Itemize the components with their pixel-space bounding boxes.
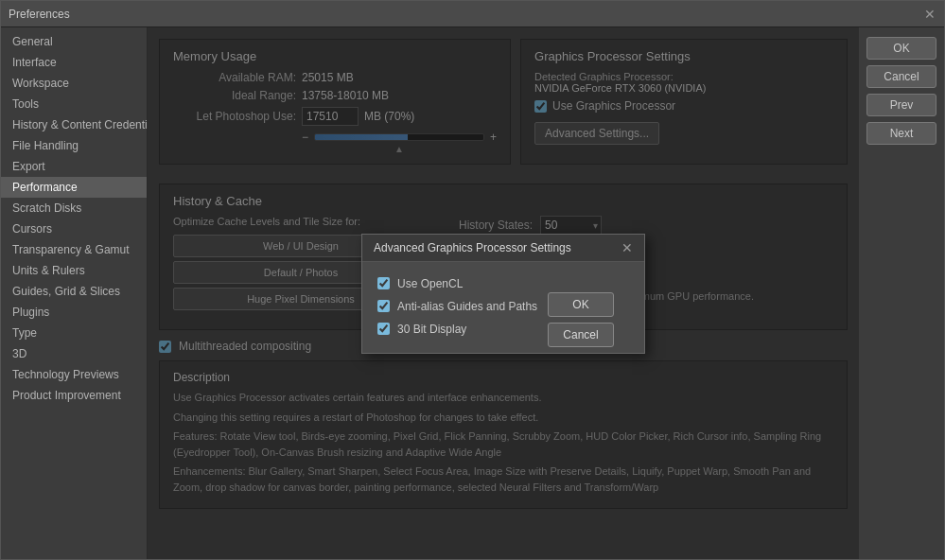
- sidebar-item-workspace[interactable]: Workspace: [1, 73, 147, 94]
- sidebar-item-3d[interactable]: 3D: [1, 343, 147, 364]
- modal-close-icon[interactable]: ✕: [621, 241, 633, 254]
- opencl-checkbox[interactable]: [377, 277, 390, 289]
- sidebar-item-filehandling[interactable]: File Handling: [1, 135, 147, 156]
- bit30-row: 30 Bit Display: [377, 323, 544, 336]
- bit30-checkbox[interactable]: [377, 323, 390, 335]
- modal-dialog: Advanced Graphics Processor Settings ✕ U…: [361, 234, 645, 354]
- cancel-button[interactable]: Cancel: [866, 65, 936, 88]
- sidebar: General Interface Workspace Tools Histor…: [1, 27, 148, 559]
- sidebar-item-product[interactable]: Product Improvement: [1, 385, 147, 406]
- antialias-label: Anti-alias Guides and Paths: [397, 300, 537, 313]
- sidebar-item-scratch[interactable]: Scratch Disks: [1, 198, 147, 219]
- prev-button[interactable]: Prev: [866, 94, 936, 116]
- sidebar-item-tools[interactable]: Tools: [1, 94, 147, 114]
- opencl-row: Use OpenCL: [377, 277, 544, 290]
- sidebar-item-performance[interactable]: Performance: [1, 177, 147, 198]
- next-button[interactable]: Next: [866, 122, 936, 145]
- modal-title: Advanced Graphics Processor Settings: [374, 241, 571, 254]
- modal-cancel-button[interactable]: Cancel: [548, 323, 614, 347]
- sidebar-item-guides[interactable]: Guides, Grid & Slices: [1, 281, 147, 302]
- sidebar-item-type[interactable]: Type: [1, 323, 147, 343]
- sidebar-item-transparency[interactable]: Transparency & Gamut: [1, 239, 147, 260]
- sidebar-item-techprev[interactable]: Technology Previews: [1, 364, 147, 385]
- content-area: General Interface Workspace Tools Histor…: [1, 27, 944, 559]
- modal-overlay: Advanced Graphics Processor Settings ✕ U…: [148, 27, 859, 559]
- preferences-window: Preferences ✕ General Interface Workspac…: [0, 0, 945, 560]
- modal-header: Advanced Graphics Processor Settings ✕: [362, 235, 644, 262]
- sidebar-item-history[interactable]: History & Content Credentials: [1, 114, 147, 135]
- sidebar-item-units[interactable]: Units & Rulers: [1, 260, 147, 281]
- antialias-row: Anti-alias Guides and Paths: [377, 300, 544, 313]
- sidebar-item-interface[interactable]: Interface: [1, 52, 147, 73]
- main-area: Memory Usage Available RAM: 25015 MB Ide…: [148, 27, 859, 559]
- modal-content-wrapper: Use OpenCL Anti-alias Guides and Paths 3…: [377, 277, 629, 336]
- right-buttons-panel: OK Cancel Prev Next: [859, 27, 944, 559]
- modal-body: Use OpenCL Anti-alias Guides and Paths 3…: [362, 262, 644, 353]
- modal-ok-button[interactable]: OK: [548, 292, 614, 317]
- close-icon[interactable]: ✕: [923, 8, 936, 21]
- sidebar-item-cursors[interactable]: Cursors: [1, 219, 147, 239]
- sidebar-item-plugins[interactable]: Plugins: [1, 302, 147, 323]
- opencl-label: Use OpenCL: [397, 277, 463, 290]
- title-bar: Preferences ✕: [1, 1, 944, 27]
- ok-button[interactable]: OK: [866, 37, 936, 60]
- window-title: Preferences: [9, 8, 70, 21]
- sidebar-item-general[interactable]: General: [1, 31, 147, 52]
- bit30-label: 30 Bit Display: [397, 323, 466, 336]
- sidebar-item-export[interactable]: Export: [1, 156, 147, 177]
- antialias-checkbox[interactable]: [377, 300, 390, 312]
- modal-buttons: OK Cancel: [548, 292, 614, 347]
